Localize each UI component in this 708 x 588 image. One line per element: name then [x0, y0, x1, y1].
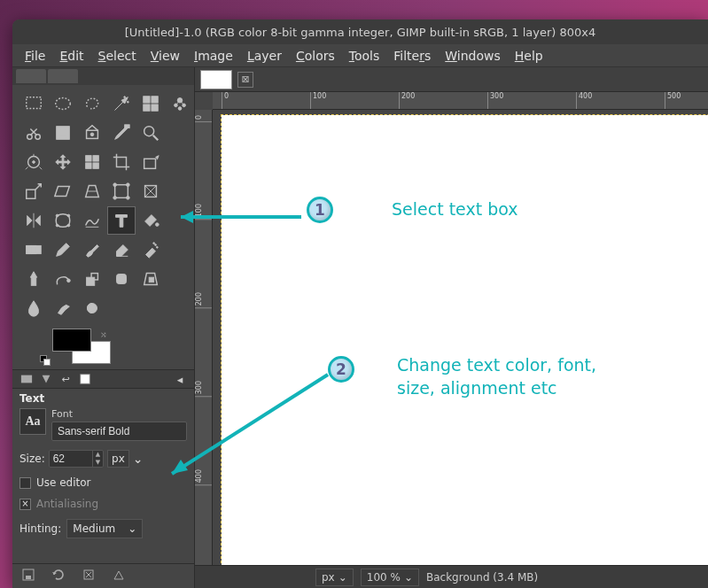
ellipse-select-tool[interactable]: [50, 90, 76, 117]
size-up-icon[interactable]: ▲: [93, 451, 103, 459]
fuzzy-select-tool[interactable]: [108, 90, 135, 117]
text-tool[interactable]: [108, 207, 135, 234]
tool-options-footer: [12, 563, 194, 588]
svg-rect-5: [144, 97, 150, 103]
size-down-icon[interactable]: ▼: [93, 459, 103, 467]
foreground-color[interactable]: [52, 329, 91, 352]
statusbar: px ⌄ 100 % ⌄ Background (3.4 MB): [195, 565, 708, 588]
menu-view[interactable]: View: [145, 47, 185, 65]
svg-point-50: [56, 214, 58, 217]
default-colors-icon[interactable]: [40, 355, 52, 368]
reset-options-icon[interactable]: [112, 568, 126, 584]
color-picker-tool[interactable]: [79, 120, 105, 146]
scissors-select-tool[interactable]: [167, 90, 193, 117]
scale-tool[interactable]: [20, 178, 47, 205]
menu-edit[interactable]: Edit: [54, 47, 89, 65]
svg-point-62: [153, 243, 155, 244]
svg-point-41: [127, 183, 130, 187]
status-zoom-select[interactable]: 100 % ⌄: [361, 569, 419, 586]
ruler-tick: 0: [195, 115, 212, 122]
warp-tool[interactable]: [79, 207, 105, 234]
menu-image[interactable]: Image: [189, 47, 238, 65]
horizontal-ruler[interactable]: 0 100 200 300 400 500 600 700: [213, 92, 708, 110]
perspective-tool[interactable]: [79, 178, 105, 205]
menu-tools[interactable]: Tools: [344, 47, 385, 65]
menu-filters[interactable]: Filters: [388, 47, 436, 65]
svg-point-43: [127, 197, 130, 200]
perspective-clone-tool[interactable]: [137, 266, 164, 292]
status-unit-select[interactable]: px ⌄: [315, 569, 354, 586]
heal-tool[interactable]: [108, 266, 135, 292]
toolbox-tab[interactable]: [48, 69, 78, 83]
dodge-burn-tool[interactable]: [79, 295, 105, 321]
use-editor-checkbox[interactable]: [19, 477, 31, 489]
mypaint-brush-tool[interactable]: [50, 266, 76, 292]
images-tab[interactable]: [78, 372, 92, 386]
gradient-tool[interactable]: [20, 236, 47, 263]
hinting-select[interactable]: Medium ⌄: [66, 519, 143, 538]
pencil-tool[interactable]: [50, 236, 76, 263]
select-by-color-tool[interactable]: [137, 90, 164, 117]
ruler-tick: 400: [195, 469, 212, 485]
eraser-tool[interactable]: [108, 236, 135, 263]
measure-tool[interactable]: [108, 120, 135, 146]
menu-file[interactable]: File: [19, 47, 51, 65]
cage-tool[interactable]: [50, 207, 76, 234]
menu-help[interactable]: Help: [510, 47, 549, 65]
save-options-icon[interactable]: [21, 568, 35, 584]
rect-select-tool[interactable]: [20, 90, 47, 117]
undo-history-tab[interactable]: ↩: [58, 372, 73, 386]
delete-options-icon[interactable]: [82, 568, 96, 584]
size-input[interactable]: [50, 451, 92, 467]
svg-point-54: [156, 223, 159, 227]
menu-windows[interactable]: Windows: [440, 47, 506, 65]
menu-colors[interactable]: Colors: [291, 47, 340, 65]
bucket-fill-tool[interactable]: [137, 207, 164, 234]
tool-options-tab[interactable]: [19, 372, 34, 386]
canvas[interactable]: [222, 115, 708, 565]
size-unit-select[interactable]: px: [107, 450, 129, 468]
free-select-tool[interactable]: [79, 90, 105, 117]
foreground-select-tool[interactable]: [20, 120, 47, 146]
smudge-tool[interactable]: [50, 295, 76, 321]
airbrush-tool[interactable]: [137, 236, 164, 263]
menu-select[interactable]: Select: [93, 47, 142, 65]
svg-point-12: [178, 107, 182, 111]
ink-tool[interactable]: [20, 266, 47, 292]
paths-tool[interactable]: [50, 120, 76, 146]
align-tool[interactable]: [79, 149, 105, 175]
device-status-tab[interactable]: [39, 372, 53, 386]
move-tool[interactable]: [50, 149, 76, 175]
svg-rect-65: [87, 277, 95, 285]
font-input[interactable]: [51, 422, 187, 441]
svg-marker-74: [43, 375, 51, 383]
menu-layer[interactable]: Layer: [242, 47, 287, 65]
ruler-tick: 300: [487, 92, 503, 109]
paintbrush-tool[interactable]: [79, 236, 105, 263]
flip-tool[interactable]: [20, 207, 47, 234]
document-tab-thumbnail[interactable]: [200, 70, 232, 89]
restore-options-icon[interactable]: [51, 568, 66, 584]
close-tab-icon[interactable]: ⊠: [237, 72, 253, 88]
crop-tool[interactable]: [108, 149, 135, 175]
chevron-down-icon[interactable]: ⌄: [133, 452, 144, 466]
clone-tool[interactable]: [79, 266, 105, 292]
swap-colors-icon[interactable]: ⤭: [100, 330, 107, 339]
toolbox-tab[interactable]: [16, 69, 46, 83]
size-spinbox[interactable]: ▲▼: [49, 450, 104, 468]
handle-transform-tool[interactable]: [137, 178, 164, 205]
svg-point-18: [60, 128, 66, 134]
measure-tool-2[interactable]: [20, 149, 47, 175]
font-preview-icon[interactable]: Aa: [19, 408, 46, 435]
shear-tool[interactable]: [50, 178, 76, 205]
antialiasing-checkbox[interactable]: ×: [19, 499, 31, 510]
unified-transform-tool[interactable]: [108, 178, 135, 205]
zoom-tool[interactable]: [137, 120, 164, 146]
blur-tool[interactable]: [20, 295, 47, 321]
tab-menu-icon[interactable]: ◂: [173, 372, 187, 386]
canvas-viewport[interactable]: [213, 110, 708, 565]
rotate-tool[interactable]: [137, 149, 164, 175]
vertical-ruler[interactable]: 0 100 200 300 400: [195, 110, 213, 565]
svg-rect-75: [81, 375, 90, 384]
svg-rect-19: [59, 135, 66, 139]
